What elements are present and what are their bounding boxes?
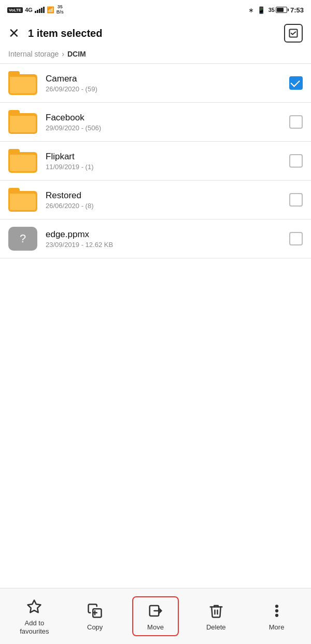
add-to-favourites-button[interactable]: Add tofavourites: [11, 593, 58, 639]
delete-button[interactable]: Delete: [193, 597, 239, 636]
bottom-toolbar: Add tofavourites Copy Move: [0, 588, 311, 644]
selected-title: 1 item selected: [28, 28, 102, 39]
battery-text: 35: [268, 7, 275, 13]
copy-icon: [86, 601, 104, 620]
file-meta: 29/09/2020 - (506): [46, 124, 281, 132]
volte-badge: VoLTE: [7, 7, 23, 13]
file-meta: 26/09/2020 - (59): [46, 85, 281, 93]
file-checkbox[interactable]: [289, 193, 303, 207]
battery-wrapper: 35: [268, 7, 287, 13]
action-bar: ✕ 1 item selected: [0, 19, 311, 48]
folder-icon: [8, 110, 37, 134]
file-meta: 26/06/2020 - (8): [46, 202, 281, 210]
file-name: Flipkart: [46, 152, 281, 162]
file-checkbox[interactable]: [289, 115, 303, 129]
file-info: Restored 26/06/2020 - (8): [46, 190, 281, 210]
copy-button[interactable]: Copy: [72, 597, 118, 636]
status-left: VoLTE 4G 📶 35B/s: [7, 5, 64, 15]
signal-bars: [35, 7, 45, 13]
time-display: 7:53: [290, 6, 304, 14]
breadcrumb-current: DCIM: [67, 50, 86, 58]
more-button[interactable]: More: [253, 597, 300, 636]
file-name: Restored: [46, 190, 281, 201]
folder-icon: [8, 71, 37, 95]
file-name: Facebook: [46, 113, 281, 123]
wifi-icon: 📶: [47, 6, 54, 13]
file-info: Flipkart 11/09/2019 - (1): [46, 152, 281, 171]
vibrate-icon: 📱: [257, 6, 265, 14]
folder-icon: [8, 149, 37, 173]
list-item[interactable]: Facebook 29/09/2020 - (506): [0, 103, 311, 141]
more-vertical-icon: [267, 601, 286, 620]
file-checkbox[interactable]: [289, 76, 303, 90]
breadcrumb-chevron: ›: [62, 50, 64, 58]
close-button[interactable]: ✕: [8, 26, 20, 40]
file-meta: 11/09/2019 - (1): [46, 163, 281, 171]
move-icon: [146, 601, 165, 620]
copy-label: Copy: [87, 623, 103, 632]
trash-icon: [207, 601, 225, 620]
list-item[interactable]: Restored 26/06/2020 - (8): [0, 181, 311, 219]
breadcrumb: Internal storage › DCIM: [0, 48, 311, 63]
battery-icon: [276, 7, 287, 13]
more-label: More: [269, 623, 285, 632]
status-bar: VoLTE 4G 📶 35B/s ∗ 📱 35 7:53: [0, 0, 311, 19]
select-all-icon: [288, 28, 299, 38]
file-checkbox[interactable]: [289, 154, 303, 168]
list-item[interactable]: Camera 26/09/2020 - (59): [0, 64, 311, 102]
svg-point-8: [276, 610, 278, 612]
file-name: Camera: [46, 74, 281, 84]
speed-text: 35B/s: [56, 5, 64, 15]
file-name: edge.ppmx: [46, 229, 281, 240]
star-icon: [25, 597, 44, 616]
delete-label: Delete: [206, 623, 226, 632]
add-to-favourites-label: Add tofavourites: [20, 619, 49, 635]
svg-point-7: [276, 605, 278, 607]
file-list: Camera 26/09/2020 - (59) Facebook 29/09/…: [0, 64, 311, 258]
move-button[interactable]: Move: [132, 596, 179, 637]
file-meta: 23/09/2019 - 12.62 KB: [46, 241, 281, 249]
list-item[interactable]: Flipkart 11/09/2019 - (1): [0, 142, 311, 180]
svg-marker-1: [28, 600, 41, 612]
unknown-file-icon: ?: [8, 227, 37, 251]
file-info: Facebook 29/09/2020 - (506): [46, 113, 281, 132]
breadcrumb-parent[interactable]: Internal storage: [8, 50, 59, 58]
folder-icon: [8, 188, 37, 212]
svg-point-9: [276, 614, 278, 616]
question-mark-icon: ?: [20, 232, 26, 245]
bluetooth-icon: ∗: [248, 6, 254, 14]
move-label: Move: [147, 623, 164, 632]
list-item[interactable]: ? edge.ppmx 23/09/2019 - 12.62 KB: [0, 220, 311, 258]
file-info: edge.ppmx 23/09/2019 - 12.62 KB: [46, 229, 281, 249]
select-all-button[interactable]: [284, 24, 303, 43]
file-checkbox[interactable]: [289, 232, 303, 245]
action-bar-left: ✕ 1 item selected: [8, 26, 102, 40]
network-type: 4G: [25, 7, 33, 13]
file-info: Camera 26/09/2020 - (59): [46, 74, 281, 93]
status-right: ∗ 📱 35 7:53: [248, 6, 304, 14]
